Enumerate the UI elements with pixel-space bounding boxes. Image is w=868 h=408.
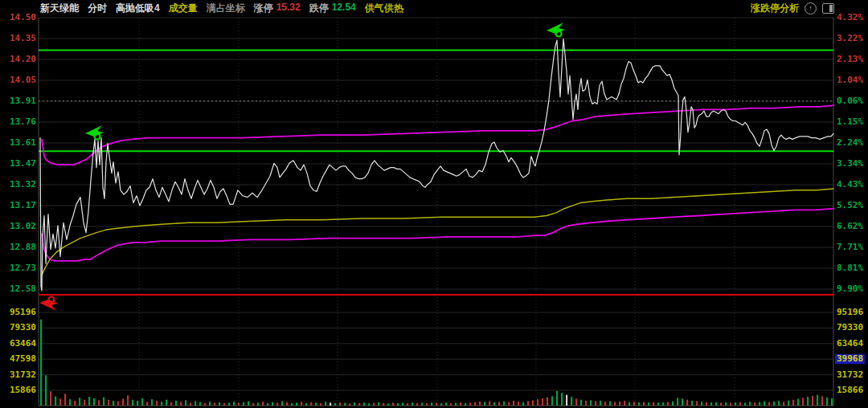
limit-up-label: 涨停 — [254, 2, 273, 15]
tab-intraday[interactable]: 分时 — [88, 2, 107, 15]
volume-axis-label: 79330 — [0, 323, 36, 333]
pct-axis-label: 8.81% — [837, 263, 863, 273]
volume-axis-label: 95196 — [0, 308, 36, 317]
price-axis-label: 12.88 — [0, 243, 36, 252]
stock-chart-window: 新天绿能 分时 高抛低吸4 成交量 满占坐标 涨停 15.32 跌停 12.54… — [0, 0, 868, 408]
price-axis-label: 14.05 — [0, 75, 36, 85]
pct-axis-label: 7.71% — [837, 243, 863, 252]
signal-hand-2-icon — [547, 22, 565, 37]
pct-axis-label: 4.43% — [837, 180, 863, 190]
volume-current-badge: 39968 — [835, 354, 865, 364]
limit-analysis-link[interactable]: 涨跌停分析 — [751, 2, 799, 15]
coordinate-mode-label[interactable]: 满占坐标 — [207, 2, 245, 15]
side-panel-icon[interactable] — [822, 3, 834, 14]
limit-down-value: 12.54 — [332, 2, 356, 15]
pct-axis-label: 6.62% — [837, 222, 863, 231]
side-panel-icon-bar — [829, 5, 833, 12]
pct-axis-label: 0.06% — [837, 96, 863, 106]
volume-axis-label: 31732 — [837, 370, 863, 380]
chart-header: 新天绿能 分时 高抛低吸4 成交量 满占坐标 涨停 15.32 跌停 12.54… — [0, 0, 868, 15]
price-axis-label: 13.76 — [0, 117, 36, 127]
volume-axis-label: 31732 — [0, 370, 36, 380]
indicator-name[interactable]: 高抛低吸4 — [116, 2, 160, 15]
volume-axis-label: 63464 — [837, 339, 863, 349]
pct-axis-label: 2.13% — [837, 55, 863, 64]
header-right-group: 涨跌停分析 ↑ — [751, 2, 834, 15]
price-axis-label: 13.47 — [0, 159, 36, 169]
pct-axis-label: 5.52% — [837, 201, 863, 210]
pct-axis-label: 2.24% — [837, 138, 863, 148]
expand-up-icon[interactable]: ↑ — [805, 2, 817, 14]
price-axis-label: 13.32 — [0, 180, 36, 190]
price-axis-label: 12.73 — [0, 263, 36, 273]
stock-name[interactable]: 新天绿能 — [40, 2, 79, 15]
volume-axis-label: 15866 — [0, 386, 36, 395]
price-axis-label: 13.02 — [0, 222, 36, 231]
industry-label[interactable]: 供气供热 — [365, 2, 403, 15]
volume-axis-label: 63464 — [0, 339, 36, 349]
volume-axis-label: 95196 — [837, 308, 863, 317]
volume-axis-label: 15866 — [837, 386, 863, 395]
intraday-chart-canvas[interactable] — [0, 0, 868, 408]
pct-axis-label: 3.22% — [837, 34, 863, 43]
alert-hand-icon — [39, 297, 58, 312]
price-axis-label: 14.20 — [0, 55, 36, 64]
volume-axis-label: 79330 — [837, 323, 863, 333]
volume-indicator-label[interactable]: 成交量 — [169, 2, 198, 15]
limit-up-value: 15.32 — [276, 2, 301, 15]
price-axis-label: 13.91 — [0, 96, 36, 106]
price-axis-label: 12.58 — [0, 284, 36, 294]
price-axis-label: 13.61 — [0, 138, 36, 148]
signal-hand-1-icon — [85, 125, 104, 140]
pct-axis-label: 1.04% — [837, 75, 863, 85]
volume-axis-label: 47598 — [0, 354, 36, 364]
header-left-group: 新天绿能 分时 高抛低吸4 成交量 满占坐标 涨停 15.32 跌停 12.54… — [40, 2, 403, 15]
pct-axis-label: 1.15% — [837, 117, 863, 127]
price-axis-label: 14.35 — [0, 34, 36, 43]
price-axis-label: 13.17 — [0, 201, 36, 210]
pct-axis-label: 3.34% — [837, 159, 863, 169]
pct-axis-label: 9.90% — [837, 284, 863, 294]
limit-down-label: 跌停 — [309, 2, 329, 15]
